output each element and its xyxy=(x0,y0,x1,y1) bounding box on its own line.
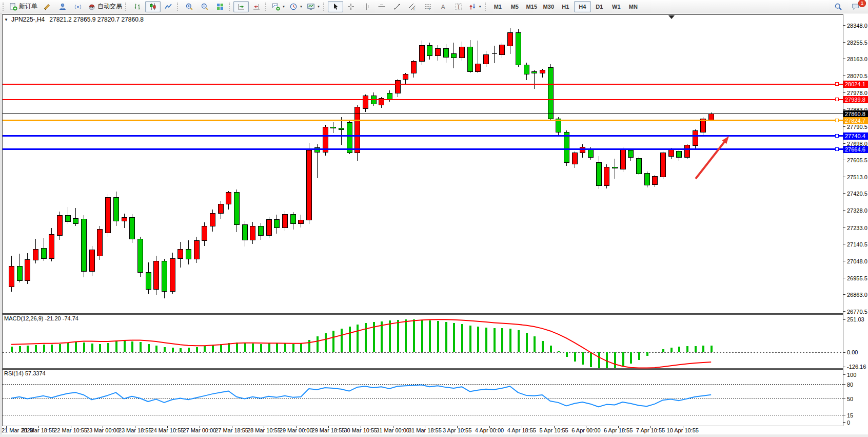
toolbar-group-grip[interactable] xyxy=(265,3,268,11)
search-button[interactable] xyxy=(831,1,846,12)
candle xyxy=(97,226,103,259)
tf-m15[interactable]: M15 xyxy=(523,1,540,12)
vertical-line-button[interactable] xyxy=(359,1,374,12)
price-tick-label: 27420.5 xyxy=(847,191,867,197)
bars-icon xyxy=(133,3,142,11)
macd-histogram-bar xyxy=(148,344,150,352)
line-handle[interactable] xyxy=(835,98,838,101)
macd-histogram-bar xyxy=(453,323,455,352)
macd-histogram-bar xyxy=(518,330,520,352)
time-tick-label: 7 Apr 10:55 xyxy=(636,427,665,433)
macd-histogram-bar xyxy=(332,331,334,352)
macd-histogram-bar xyxy=(711,346,713,352)
symbol-dropdown-icon[interactable]: ▼ xyxy=(4,17,8,22)
tf-h4[interactable]: H4 xyxy=(574,1,591,12)
toolbar-group-grip[interactable] xyxy=(485,3,488,11)
arrows-button[interactable]: ▼ xyxy=(466,1,484,12)
tf-m1[interactable]: M1 xyxy=(489,1,506,12)
macd-histogram-bar xyxy=(124,340,126,352)
bar-chart-button[interactable] xyxy=(130,1,145,12)
macd-histogram-bar xyxy=(172,348,174,352)
candle xyxy=(685,144,690,159)
community-button[interactable] xyxy=(55,1,70,12)
cursor-button[interactable] xyxy=(328,1,343,12)
macd-histogram-bar xyxy=(252,344,254,352)
tile-windows-button[interactable] xyxy=(212,1,228,12)
macd-histogram-bar xyxy=(244,343,246,352)
toolbar-group-grip[interactable] xyxy=(177,3,180,11)
macd-histogram-bar xyxy=(140,342,142,352)
rsi-axis-label: 0 xyxy=(847,420,850,426)
macd-histogram-bar xyxy=(196,347,198,352)
chart-symbol-period: JPN225-,H4 xyxy=(11,16,45,23)
shapes-icon xyxy=(468,3,477,11)
time-tick-label: 23 Mar 18:55 xyxy=(119,427,152,433)
chart-shift-button[interactable] xyxy=(249,1,264,12)
dropdown-caret-icon[interactable]: ▼ xyxy=(282,5,285,8)
line-handle[interactable] xyxy=(835,148,838,151)
toolbar-group-grip[interactable] xyxy=(3,3,6,11)
macd-histogram-bar xyxy=(155,346,157,352)
time-tick-label: 3 Apr 10:55 xyxy=(443,427,471,433)
crosshair-button[interactable] xyxy=(343,1,359,12)
dropdown-caret-icon[interactable]: ▼ xyxy=(300,5,303,8)
periods-button[interactable]: ▼ xyxy=(287,1,305,12)
price-tick-label: 26863.0 xyxy=(847,292,867,298)
line-handle[interactable] xyxy=(835,135,838,138)
macd-histogram-bar xyxy=(702,346,704,352)
templates-button[interactable]: ▼ xyxy=(305,1,322,12)
line-handle[interactable] xyxy=(835,119,838,122)
tf-m30[interactable]: M30 xyxy=(540,1,557,12)
auto-scroll-button[interactable] xyxy=(233,1,249,12)
time-tick-label: 4 Apr 00:00 xyxy=(475,427,504,433)
line-handle[interactable] xyxy=(835,83,838,86)
tf-m5[interactable]: M5 xyxy=(506,1,523,12)
signals-button[interactable] xyxy=(70,1,86,12)
price-tick-label: 27328.0 xyxy=(847,207,867,214)
tf-w1[interactable]: W1 xyxy=(608,1,625,12)
robot-icon xyxy=(88,3,96,11)
fibonacci-button[interactable]: F xyxy=(420,1,436,12)
rsi-indicator-label: RSI(14) 57.3374 xyxy=(4,370,46,376)
candlestick-chart-button[interactable] xyxy=(145,1,161,12)
macd-histogram-bar xyxy=(188,348,190,352)
notifications-button[interactable]: 1 xyxy=(848,1,863,12)
toolbar-group-grip[interactable] xyxy=(229,3,232,11)
price-tick-label: 27513.0 xyxy=(847,174,867,180)
macd-histogram-bar xyxy=(292,344,294,352)
text-label-button[interactable]: T xyxy=(451,1,466,12)
styles-button[interactable] xyxy=(40,1,55,12)
new-order-button[interactable]: 新订单 xyxy=(7,1,40,12)
macd-histogram-bar xyxy=(477,327,479,352)
equidistant-channel-button[interactable]: E xyxy=(405,1,420,12)
candle xyxy=(637,157,642,175)
chart-canvas: 28348.028255.528163.028070.527978.027883… xyxy=(0,0,868,437)
macd-histogram-bar xyxy=(485,328,487,352)
zoom-out-button[interactable] xyxy=(197,1,212,12)
trendline-button[interactable] xyxy=(389,1,405,12)
new-chart-button[interactable]: ▼ xyxy=(270,1,287,12)
tf-h1[interactable]: H1 xyxy=(557,1,574,12)
toolbar-group-grip[interactable] xyxy=(125,3,128,11)
macd-histogram-bar xyxy=(695,346,697,352)
horizontal-line-button[interactable] xyxy=(374,1,389,12)
time-tick-label: 21 Mar 18:55 xyxy=(22,427,55,433)
macd-axis-label: -126.16 xyxy=(847,364,866,370)
dropdown-caret-icon[interactable]: ▼ xyxy=(317,5,320,8)
clock-icon xyxy=(289,3,298,11)
text-button[interactable]: A xyxy=(436,1,451,12)
price-badge-label: 27824.7 xyxy=(845,118,865,124)
macd-axis-label: 251.03 xyxy=(847,316,864,322)
toolbar-group-grip[interactable] xyxy=(323,3,326,11)
tf-mn[interactable]: MN xyxy=(625,1,642,12)
zoom-in-button[interactable] xyxy=(182,1,197,12)
dropdown-caret-icon[interactable]: ▼ xyxy=(479,5,482,8)
line-chart-button[interactable] xyxy=(161,1,176,12)
macd-histogram-bar xyxy=(686,346,688,352)
candle xyxy=(661,151,666,179)
autotrading-button[interactable]: 自动交易 xyxy=(86,1,124,12)
cursor-icon xyxy=(331,3,340,11)
tf-d1[interactable]: D1 xyxy=(591,1,608,12)
macd-histogram-bar xyxy=(164,347,166,352)
crosshair-icon xyxy=(347,3,355,11)
